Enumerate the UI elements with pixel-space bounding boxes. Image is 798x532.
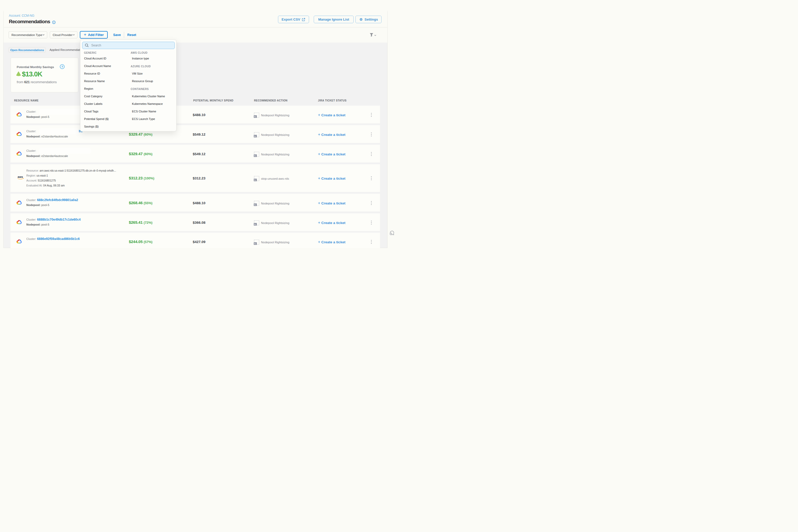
svg-text:?: ?: [61, 65, 63, 68]
